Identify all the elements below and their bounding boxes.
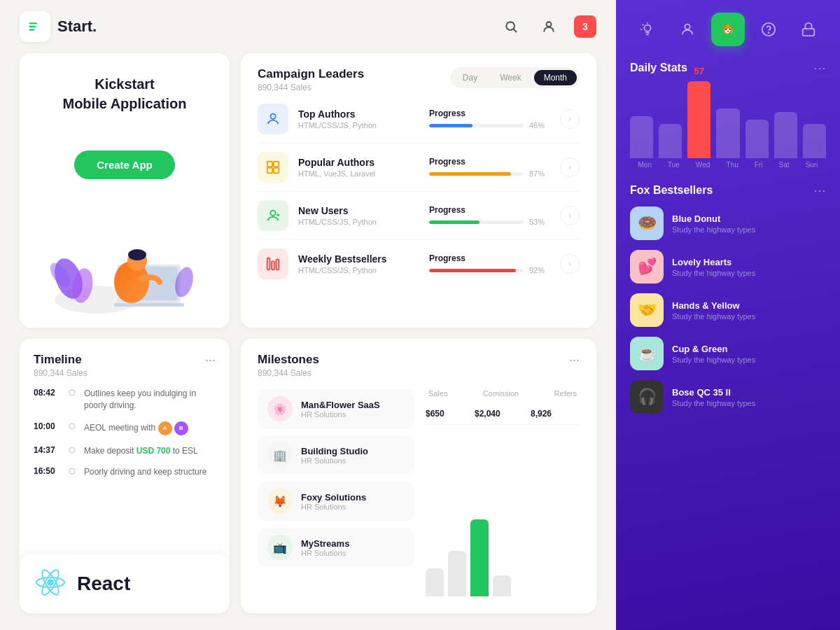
milestones-card: Milestones 890,344 Sales ··· 🌸 Man&Flowe…	[241, 339, 596, 613]
campaign-subtitle: 890,344 Sales	[258, 83, 364, 92]
tl-time-3: 14:37	[34, 445, 60, 457]
header: Start. 3	[0, 0, 616, 53]
react-label: React	[77, 573, 130, 595]
tab-month[interactable]: Month	[534, 70, 577, 85]
progress-pct-4: 92%	[529, 266, 550, 274]
svg-point-36	[685, 24, 690, 29]
row-arrow-3[interactable]: ›	[560, 206, 580, 225]
stats-col-sales: Sales	[428, 389, 448, 398]
day-thu: Thu	[726, 161, 738, 169]
timeline-item-3: 14:37 Make deposit USD 700 to ESL	[34, 445, 216, 457]
sidebar-icon-fox[interactable]	[711, 13, 745, 46]
stat-sales-1: $650	[426, 409, 475, 419]
row-name-2: Popular Authors	[298, 157, 419, 168]
row-arrow-2[interactable]: ›	[560, 158, 580, 177]
milestones-stats: Sales Comission Refers $650 $2,040 8,926	[426, 389, 580, 599]
bs-name-4: Cup & Green	[672, 344, 755, 354]
daily-stats-header: Daily Stats ⋯	[630, 60, 826, 76]
milestones-subtitle: 890,344 Sales	[258, 368, 319, 378]
svg-marker-38	[722, 24, 724, 28]
timeline-item-1: 08:42 Outlines keep you indulging in poo…	[34, 388, 216, 412]
row-info-2: Popular Authors HTML, VueJS, Laravel	[298, 157, 419, 178]
bestseller-item-4[interactable]: ☕ Cup & Green Study the highway types	[630, 337, 826, 370]
chart-bar-fri	[746, 120, 769, 158]
header-right: 3	[498, 14, 596, 39]
campaign-card: Campaign Leaders 890,344 Sales Day Week …	[241, 53, 596, 328]
progress-label-4: Progress	[429, 253, 550, 263]
main-area: Start. 3 Kickstart Mobile Application	[0, 0, 616, 630]
row-arrow-4[interactable]: ›	[560, 254, 580, 274]
row-icon-3	[258, 200, 288, 231]
progress-bar-wrap-1: 46%	[429, 121, 550, 130]
tl-dot-2	[69, 423, 76, 430]
bs-sub-3: Study the highway types	[672, 312, 755, 321]
bestseller-item-5[interactable]: 🎧 Bose QC 35 II Study the highway types	[630, 380, 826, 414]
progress-pct-1: 46%	[529, 121, 550, 130]
chart-bar-thu	[716, 108, 739, 159]
timeline-title: Timeline	[34, 353, 88, 367]
milestone-sub-4: HR Solutions	[301, 549, 349, 557]
row-icon-2	[258, 152, 288, 183]
row-arrow-1[interactable]: ›	[560, 109, 580, 129]
tl-text-4: Poorly driving and keep structure	[84, 466, 206, 478]
stat-refers-1: 8,926	[531, 409, 552, 419]
bestseller-item-1[interactable]: 🍩 Blue Donut Study the highway types	[630, 206, 826, 240]
milestone-name-2: Building Studio	[301, 446, 368, 456]
progress-fill-3	[429, 220, 479, 224]
svg-rect-25	[267, 258, 270, 270]
fox-bestsellers-title: Fox Bestsellers	[630, 184, 713, 197]
svg-point-42	[725, 29, 727, 30]
create-app-button[interactable]: Create App	[74, 150, 174, 179]
chart-bar-m-3	[470, 519, 489, 596]
milestones-dots[interactable]: ···	[569, 353, 580, 368]
tl-avatar-1: A	[158, 421, 172, 435]
logo-text: Start.	[57, 18, 97, 36]
row-info-1: Top Authors HTML/CSS/JS, Python	[298, 108, 419, 130]
bestseller-item-3[interactable]: 🤝 Hands & Yellow Study the highway types	[630, 293, 826, 327]
timeline-item-2: 10:00 AEOL meeting with A B	[34, 421, 216, 435]
progress-section-4: Progress 92%	[429, 253, 550, 274]
daily-stats-dots[interactable]: ⋯	[813, 60, 826, 76]
milestone-name-3: Foxy Solutions	[301, 492, 366, 503]
campaign-title: Campaign Leaders	[258, 67, 364, 81]
campaign-title-group: Campaign Leaders 890,344 Sales	[258, 67, 364, 92]
day-fri: Fri	[755, 161, 763, 169]
notification-badge[interactable]: 3	[574, 15, 596, 38]
chart-peak-value: 57	[694, 66, 704, 76]
tl-dot-4	[69, 468, 76, 475]
progress-fill-2	[429, 172, 511, 176]
sidebar-icon-lock[interactable]	[792, 13, 825, 46]
tab-week[interactable]: Week	[490, 70, 531, 85]
bs-info-4: Cup & Green Study the highway types	[672, 344, 755, 364]
row-icon-1	[258, 104, 288, 134]
fox-bestsellers-header: Fox Bestsellers ⋯	[630, 183, 826, 198]
sidebar-icon-person[interactable]	[671, 13, 704, 46]
sidebar-icon-question[interactable]	[752, 13, 785, 46]
milestone-info-4: MyStreams HR Solutions	[301, 538, 349, 557]
bs-name-5: Bose QC 35 II	[672, 387, 755, 398]
chart-bar-m-4	[493, 575, 511, 596]
row-tags-2: HTML, VueJS, Laravel	[298, 169, 419, 178]
search-icon[interactable]	[498, 14, 524, 39]
chart-bar-wed: 57	[687, 81, 710, 158]
user-icon[interactable]	[536, 14, 561, 39]
row-tags-3: HTML/CSS/JS, Python	[298, 218, 419, 226]
daily-stats: Daily Stats ⋯ 57 Mon Tue Wed Thu	[616, 55, 840, 177]
progress-bar-bg-3	[429, 220, 524, 224]
tl-avatar-2: B	[174, 421, 188, 435]
milestone-info-2: Building Studio HR Solutions	[301, 446, 368, 465]
svg-point-32	[644, 25, 650, 31]
stats-col-commission: Comission	[483, 389, 519, 398]
campaign-row-3: New Users HTML/CSS/JS, Python Progress 5…	[258, 192, 580, 240]
sidebar-icon-bulb[interactable]	[631, 13, 664, 46]
tab-day[interactable]: Day	[453, 70, 487, 85]
bs-thumb-3: 🤝	[630, 293, 664, 327]
svg-line-4	[514, 29, 517, 32]
svg-point-15	[128, 249, 146, 260]
timeline-dots[interactable]: ···	[205, 353, 216, 368]
bestseller-item-2[interactable]: 💕 Lovely Hearts Study the highway types	[630, 250, 826, 284]
daily-stats-title: Daily Stats	[630, 62, 687, 74]
bs-info-1: Blue Donut Study the highway types	[672, 214, 755, 234]
campaign-header: Campaign Leaders 890,344 Sales Day Week …	[258, 67, 580, 92]
fox-bestsellers-dots[interactable]: ⋯	[813, 183, 826, 198]
